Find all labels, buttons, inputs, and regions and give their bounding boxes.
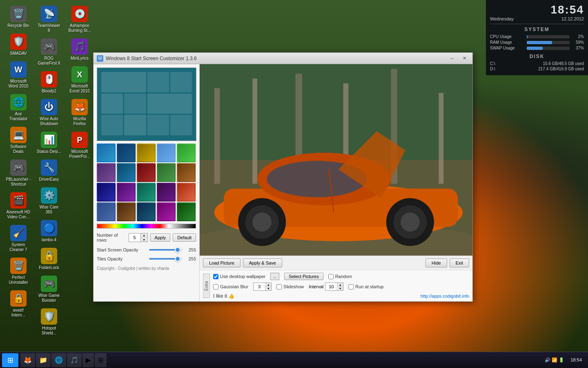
desktop-icon-excel[interactable]: X Microsoft Excel 2010 [65, 65, 94, 95]
theme-item-4[interactable] [157, 144, 176, 162]
desktop-icon-drivereasy[interactable]: 🔧 DriverEasy [35, 158, 63, 184]
theme-item-5[interactable] [177, 144, 196, 162]
theme-item-19[interactable] [157, 202, 176, 221]
desktop-icon-perfect-uninstaller[interactable]: 🗑️ Perfect Uninstaller [4, 256, 33, 287]
interval-spinner[interactable]: ▲ ▼ [325, 283, 343, 291]
app-content: Number of rows: ▲ ▼ Apply Default Start … [94, 64, 472, 301]
desktop-icon-avast[interactable]: 🔒 avast! Intern... [4, 289, 33, 319]
desktop-icon-system-cleaner[interactable]: 🧹 System Cleaner 7 [4, 223, 33, 254]
folderlock-label: FolderLock [39, 265, 59, 270]
gaussian-blur-check[interactable] [213, 284, 218, 289]
slideshow-checkbox[interactable]: Slideshow [276, 284, 304, 289]
interval-val[interactable] [325, 283, 337, 290]
gaussian-blur-up[interactable]: ▲ [265, 283, 271, 287]
theme-item-18[interactable] [137, 202, 156, 221]
exit-button[interactable]: Exit [450, 258, 469, 267]
desktop-icon-hotspot[interactable]: 🛡️ Hotspot Shield... [35, 307, 63, 337]
desktop-icon-software-deals[interactable]: 💻 Software Deals [4, 125, 33, 156]
slideshow-check[interactable] [276, 284, 282, 289]
desktop-icon-minilyrics[interactable]: 🎵 MiniLyrics [65, 37, 94, 63]
random-checkbox[interactable]: Random [328, 274, 352, 279]
spinner-up[interactable]: ▲ [141, 233, 147, 238]
desktop-icon-status[interactable]: 📊 Status-Desi... [35, 130, 63, 156]
desktop-icon-smadav[interactable]: 🛡️ SMADAV [4, 32, 33, 58]
hide-button[interactable]: Hide [425, 258, 447, 267]
gaussian-blur-checkbox[interactable]: Gaussian Blur [213, 284, 248, 289]
interval-up[interactable]: ▲ [337, 283, 343, 287]
apply-rows-button[interactable]: Apply [150, 233, 171, 242]
desktop-icon-rog[interactable]: 🎮 ROG GameFirst II [35, 37, 63, 67]
rows-input[interactable] [129, 233, 140, 242]
drivereasy-label: DriverEasy [39, 177, 59, 182]
tiles-opacity-slider[interactable] [149, 258, 183, 260]
theme-item-13[interactable] [137, 183, 156, 202]
close-button[interactable]: ✕ [459, 55, 469, 62]
theme-item-1[interactable] [97, 144, 116, 162]
desktop-icon-ace-translator[interactable]: 🌐 Ace Translator [4, 92, 33, 123]
taskbar-item-apps[interactable]: ⊞ [95, 353, 107, 367]
apply-save-button[interactable]: Apply & Save [243, 258, 282, 267]
status-icon: 📊 [41, 132, 57, 148]
minimize-button[interactable]: ─ [447, 55, 457, 62]
desktop-icon-wise-game[interactable]: 🎮 Wise Game Booster [35, 274, 63, 305]
desktop-icon-ashampoo[interactable]: 💿 Ashampoo Burning St... [65, 4, 94, 35]
desktop-icon-aiseesoft[interactable]: 🎬 Aiseesoft HD Video Con... [4, 191, 33, 221]
taskbar-item-media[interactable]: ▶ [82, 353, 94, 367]
rog-label: ROG GameFirst II [36, 56, 62, 66]
theme-item-12[interactable] [117, 183, 136, 202]
powerpoint-label: Microsoft PowerPoi... [67, 149, 92, 159]
theme-item-11[interactable] [97, 183, 116, 202]
taskbar-item-ie[interactable]: 🌐 [51, 353, 66, 367]
desktop-icon-folderlock[interactable]: 🔒 FolderLock [35, 246, 63, 272]
use-wallpaper-checkbox[interactable]: Use desktop wallpaper [213, 274, 265, 279]
smadav-label: SMADAV [10, 51, 27, 56]
preview-tile-1 [101, 72, 146, 92]
color-bar[interactable] [97, 224, 196, 229]
wallpaper-browse-btn[interactable]: ... [270, 273, 279, 280]
wise-care-label: Wise Care 365 [36, 205, 62, 215]
theme-item-2[interactable] [117, 144, 136, 162]
desktop-icon-powerpoint[interactable]: P Microsoft PowerPoi... [65, 130, 94, 161]
taskbar-item-music[interactable]: 🎵 [67, 353, 82, 367]
interval-down[interactable]: ▼ [337, 287, 343, 290]
use-wallpaper-check[interactable] [213, 274, 218, 279]
gaussian-blur-down[interactable]: ▼ [265, 287, 271, 290]
theme-item-16[interactable] [97, 202, 116, 221]
theme-item-14[interactable] [157, 183, 176, 202]
gaussian-blur-val[interactable] [254, 283, 265, 290]
start-opacity-slider[interactable] [149, 249, 183, 251]
taskbar-item-folder[interactable]: 📁 [36, 353, 51, 367]
desktop-icon-bloody[interactable]: 🖱️ Bloody2 [35, 70, 63, 95]
desktop-icon-recycle-bin[interactable]: 🗑️ Recycle Bin [4, 4, 33, 30]
rows-spinner[interactable]: ▲ ▼ [129, 233, 148, 242]
theme-item-9[interactable] [157, 163, 176, 182]
gaussian-blur-spinner[interactable]: ▲ ▼ [253, 283, 272, 291]
theme-item-15[interactable] [177, 183, 196, 202]
theme-item-7[interactable] [117, 163, 136, 182]
desktop-icon-pblauncher[interactable]: 🎮 PBLauncher - Shortcut [4, 158, 33, 188]
theme-item-10[interactable] [177, 163, 196, 182]
desktop-icon-firefox[interactable]: 🦊 Mozilla Firefox [65, 97, 94, 128]
theme-item-8[interactable] [137, 163, 156, 182]
run-startup-checkbox[interactable]: Run at startup [348, 284, 383, 289]
run-startup-check[interactable] [348, 284, 354, 289]
desktop-icon-iambo[interactable]: 🔵 Iambo-4 [35, 218, 63, 244]
theme-item-6[interactable] [97, 163, 116, 182]
desktop-icon-teamviewer[interactable]: 📡 TeamViewer 8 [35, 4, 63, 35]
theme-item-17[interactable] [117, 202, 136, 221]
random-check[interactable] [328, 274, 334, 279]
spinner-down[interactable]: ▼ [141, 238, 147, 242]
default-button[interactable]: Default [173, 233, 196, 242]
load-picture-button[interactable]: Load Picture [203, 258, 241, 267]
desktop-icon-auto-shutdown[interactable]: ⏻ Wise Auto Shutdown [35, 97, 63, 128]
theme-item-20[interactable] [177, 202, 196, 221]
start-button[interactable]: ⊞ [2, 353, 18, 367]
taskbar-item-firefox[interactable]: 🦊 [20, 353, 35, 367]
url-text[interactable]: http://apps.codigobit.info [421, 294, 469, 298]
select-pictures-button[interactable]: Select Pictures [284, 273, 323, 280]
theme-item-3[interactable] [137, 144, 156, 162]
desktop-icon-word[interactable]: W Microsoft Word 2010 [4, 60, 33, 90]
desktop-icon-wise-care[interactable]: ⚙️ Wise Care 365 [35, 186, 63, 216]
aiseesoft-label: Aiseesoft HD Video Con... [6, 210, 31, 220]
cpu-bar-bg [527, 35, 570, 38]
